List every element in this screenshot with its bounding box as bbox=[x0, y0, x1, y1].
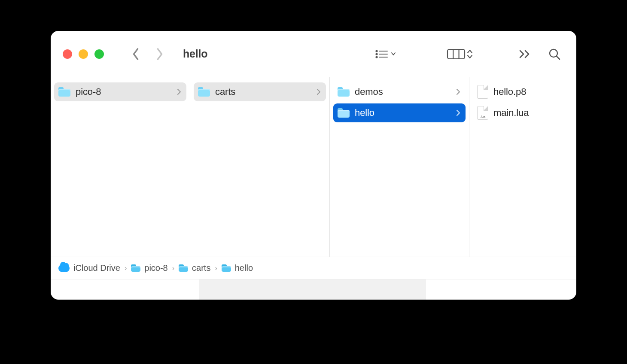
path-separator-icon: › bbox=[215, 264, 217, 272]
traffic-lights bbox=[63, 49, 104, 59]
svg-point-4 bbox=[376, 56, 377, 58]
crumb-label: carts bbox=[192, 263, 210, 273]
item-label: demos bbox=[355, 86, 451, 97]
column-4: hello.p8 main.lua bbox=[469, 77, 576, 257]
toolbar: hello bbox=[51, 31, 576, 77]
item-label: main.lua bbox=[493, 107, 568, 118]
forward-button[interactable] bbox=[152, 46, 167, 63]
file-item-main-lua[interactable]: main.lua bbox=[473, 103, 573, 122]
path-crumb-pico8[interactable]: pico-8 bbox=[131, 263, 167, 273]
close-window-button[interactable] bbox=[63, 49, 72, 59]
path-bar: iCloud Drive › pico-8 › carts › hello bbox=[51, 257, 576, 279]
status-bar bbox=[51, 279, 576, 300]
file-item-hello-p8[interactable]: hello.p8 bbox=[473, 82, 573, 101]
folder-item-demos[interactable]: demos bbox=[333, 82, 466, 101]
folder-icon bbox=[58, 87, 70, 97]
file-lua-icon bbox=[477, 106, 488, 120]
column-1: pico-8 bbox=[51, 77, 190, 257]
svg-rect-6 bbox=[447, 49, 465, 59]
view-columns-button[interactable] bbox=[443, 45, 477, 64]
folder-item-hello[interactable]: hello bbox=[333, 103, 466, 122]
folder-icon bbox=[338, 87, 350, 97]
item-label: hello.p8 bbox=[493, 86, 568, 97]
search-button[interactable] bbox=[545, 45, 564, 63]
folder-item-carts[interactable]: carts bbox=[194, 82, 326, 101]
item-label: carts bbox=[215, 86, 311, 97]
window-title: hello bbox=[183, 48, 207, 60]
list-bullets-icon bbox=[374, 48, 396, 60]
folder-icon bbox=[198, 87, 210, 97]
svg-line-10 bbox=[557, 56, 560, 59]
file-icon bbox=[477, 85, 488, 99]
item-label: hello bbox=[355, 107, 451, 118]
path-separator-icon: › bbox=[172, 264, 174, 272]
path-crumb-carts[interactable]: carts bbox=[179, 263, 210, 273]
cloud-icon bbox=[58, 264, 70, 272]
double-chevron-right-icon bbox=[519, 49, 531, 59]
column-3: demos hello bbox=[330, 77, 469, 257]
back-button[interactable] bbox=[128, 46, 143, 63]
toolbar-overflow-button[interactable] bbox=[515, 47, 534, 61]
crumb-label: pico-8 bbox=[144, 263, 167, 273]
folder-icon bbox=[131, 264, 140, 272]
columns-icon bbox=[447, 47, 473, 61]
chevron-left-icon bbox=[131, 48, 140, 61]
crumb-label: hello bbox=[235, 263, 253, 273]
crumb-label: iCloud Drive bbox=[73, 263, 120, 273]
search-icon bbox=[548, 48, 561, 61]
svg-point-2 bbox=[376, 53, 377, 55]
folder-icon bbox=[179, 264, 188, 272]
svg-point-0 bbox=[376, 50, 377, 52]
column-view: pico-8 carts demos hello bbox=[51, 77, 576, 257]
zoom-window-button[interactable] bbox=[94, 49, 104, 59]
minimize-window-button[interactable] bbox=[79, 49, 88, 59]
chevron-right-icon bbox=[155, 48, 164, 61]
folder-icon bbox=[338, 108, 350, 118]
chevron-right-icon bbox=[177, 88, 181, 95]
column-2: carts bbox=[190, 77, 330, 257]
group-menu-button[interactable] bbox=[371, 46, 399, 63]
folder-item-pico8[interactable]: pico-8 bbox=[54, 82, 186, 101]
folder-icon bbox=[222, 264, 231, 272]
chevron-right-icon bbox=[317, 88, 321, 95]
path-crumb-icloud[interactable]: iCloud Drive bbox=[58, 263, 120, 273]
chevron-down-icon bbox=[392, 53, 395, 55]
chevron-right-icon bbox=[456, 88, 460, 95]
path-separator-icon: › bbox=[125, 264, 127, 272]
finder-window: hello bbox=[51, 31, 576, 300]
chevron-right-icon bbox=[456, 109, 460, 116]
path-crumb-hello[interactable]: hello bbox=[222, 263, 253, 273]
item-label: pico-8 bbox=[76, 86, 172, 97]
